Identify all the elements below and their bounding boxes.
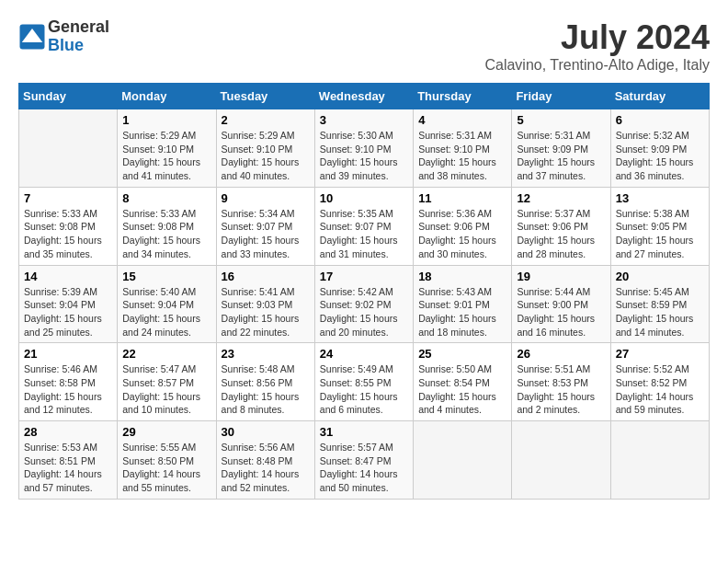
day-number: 26 xyxy=(517,347,605,361)
cell-details: Sunrise: 5:31 AMSunset: 9:10 PMDaylight:… xyxy=(418,129,506,183)
week-row-4: 21Sunrise: 5:46 AMSunset: 8:58 PMDayligh… xyxy=(19,343,710,421)
calendar-cell: 29Sunrise: 5:55 AMSunset: 8:50 PMDayligh… xyxy=(118,421,216,500)
cell-details: Sunrise: 5:53 AMSunset: 8:51 PMDaylight:… xyxy=(24,441,112,495)
calendar-cell: 25Sunrise: 5:50 AMSunset: 8:54 PMDayligh… xyxy=(414,343,512,421)
day-number: 13 xyxy=(616,191,704,205)
calendar-cell: 3Sunrise: 5:30 AMSunset: 9:10 PMDaylight… xyxy=(314,109,413,188)
cell-details: Sunrise: 5:41 AMSunset: 9:03 PMDaylight:… xyxy=(222,285,310,339)
weekday-header-wednesday: Wednesday xyxy=(314,84,413,109)
weekday-header-row: SundayMondayTuesdayWednesdayThursdayFrid… xyxy=(19,84,710,109)
cell-details: Sunrise: 5:33 AMSunset: 9:08 PMDaylight:… xyxy=(122,207,210,261)
page-header: General Blue July 2024 Calavino, Trentin… xyxy=(18,18,710,74)
calendar-table: SundayMondayTuesdayWednesdayThursdayFrid… xyxy=(18,83,710,500)
cell-details: Sunrise: 5:44 AMSunset: 9:00 PMDaylight:… xyxy=(517,285,605,339)
cell-details: Sunrise: 5:29 AMSunset: 9:10 PMDaylight:… xyxy=(222,129,310,183)
weekday-header-friday: Friday xyxy=(512,84,610,109)
cell-details: Sunrise: 5:36 AMSunset: 9:06 PMDaylight:… xyxy=(418,207,506,261)
day-number: 31 xyxy=(320,425,408,439)
day-number: 11 xyxy=(418,191,506,205)
cell-details: Sunrise: 5:45 AMSunset: 8:59 PMDaylight:… xyxy=(616,285,704,339)
calendar-cell: 5Sunrise: 5:31 AMSunset: 9:09 PMDaylight… xyxy=(512,109,610,188)
calendar-cell: 18Sunrise: 5:43 AMSunset: 9:01 PMDayligh… xyxy=(414,265,512,343)
cell-details: Sunrise: 5:30 AMSunset: 9:10 PMDaylight:… xyxy=(320,129,408,183)
cell-details: Sunrise: 5:33 AMSunset: 9:08 PMDaylight:… xyxy=(24,207,112,261)
calendar-cell: 6Sunrise: 5:32 AMSunset: 9:09 PMDaylight… xyxy=(610,109,709,188)
day-number: 22 xyxy=(122,347,210,361)
logo: General Blue xyxy=(18,18,109,55)
weekday-header-saturday: Saturday xyxy=(610,84,709,109)
day-number: 9 xyxy=(222,191,310,205)
calendar-cell: 22Sunrise: 5:47 AMSunset: 8:57 PMDayligh… xyxy=(118,343,216,421)
calendar-cell: 20Sunrise: 5:45 AMSunset: 8:59 PMDayligh… xyxy=(610,265,709,343)
cell-details: Sunrise: 5:38 AMSunset: 9:05 PMDaylight:… xyxy=(616,207,704,261)
month-title: July 2024 xyxy=(484,18,710,57)
calendar-cell: 21Sunrise: 5:46 AMSunset: 8:58 PMDayligh… xyxy=(19,343,118,421)
cell-details: Sunrise: 5:35 AMSunset: 9:07 PMDaylight:… xyxy=(320,207,408,261)
calendar-cell: 7Sunrise: 5:33 AMSunset: 9:08 PMDaylight… xyxy=(19,187,118,265)
day-number: 1 xyxy=(122,113,210,127)
calendar-cell: 31Sunrise: 5:57 AMSunset: 8:47 PMDayligh… xyxy=(314,421,413,500)
day-number: 15 xyxy=(122,270,210,283)
day-number: 27 xyxy=(616,347,704,361)
calendar-cell: 26Sunrise: 5:51 AMSunset: 8:53 PMDayligh… xyxy=(512,343,610,421)
logo-text: General Blue xyxy=(48,18,109,55)
day-number: 18 xyxy=(418,270,506,283)
calendar-cell: 17Sunrise: 5:42 AMSunset: 9:02 PMDayligh… xyxy=(314,265,413,343)
calendar-cell: 15Sunrise: 5:40 AMSunset: 9:04 PMDayligh… xyxy=(118,265,216,343)
cell-details: Sunrise: 5:48 AMSunset: 8:56 PMDaylight:… xyxy=(222,362,310,417)
weekday-header-sunday: Sunday xyxy=(19,84,118,109)
calendar-cell xyxy=(610,421,709,500)
cell-details: Sunrise: 5:47 AMSunset: 8:57 PMDaylight:… xyxy=(122,362,210,417)
calendar-cell: 1Sunrise: 5:29 AMSunset: 9:10 PMDaylight… xyxy=(118,109,216,188)
day-number: 25 xyxy=(418,347,506,361)
day-number: 5 xyxy=(517,113,605,127)
title-block: July 2024 Calavino, Trentino-Alto Adige,… xyxy=(484,18,710,74)
cell-details: Sunrise: 5:37 AMSunset: 9:06 PMDaylight:… xyxy=(517,207,605,261)
cell-details: Sunrise: 5:29 AMSunset: 9:10 PMDaylight:… xyxy=(122,129,210,183)
day-number: 10 xyxy=(320,191,408,205)
week-row-2: 7Sunrise: 5:33 AMSunset: 9:08 PMDaylight… xyxy=(19,187,710,265)
calendar-cell: 9Sunrise: 5:34 AMSunset: 9:07 PMDaylight… xyxy=(216,187,314,265)
calendar-cell: 16Sunrise: 5:41 AMSunset: 9:03 PMDayligh… xyxy=(216,265,314,343)
weekday-header-monday: Monday xyxy=(118,84,216,109)
calendar-cell: 24Sunrise: 5:49 AMSunset: 8:55 PMDayligh… xyxy=(314,343,413,421)
week-row-5: 28Sunrise: 5:53 AMSunset: 8:51 PMDayligh… xyxy=(19,421,710,500)
day-number: 28 xyxy=(24,425,112,439)
day-number: 4 xyxy=(418,113,506,127)
day-number: 21 xyxy=(24,347,112,361)
day-number: 16 xyxy=(222,270,310,283)
calendar-cell: 12Sunrise: 5:37 AMSunset: 9:06 PMDayligh… xyxy=(512,187,610,265)
day-number: 2 xyxy=(222,113,310,127)
cell-details: Sunrise: 5:40 AMSunset: 9:04 PMDaylight:… xyxy=(122,285,210,339)
logo-line1: General xyxy=(48,17,109,36)
cell-details: Sunrise: 5:32 AMSunset: 9:09 PMDaylight:… xyxy=(616,129,704,183)
logo-icon xyxy=(18,23,46,51)
week-row-1: 1Sunrise: 5:29 AMSunset: 9:10 PMDaylight… xyxy=(19,109,710,188)
calendar-cell: 14Sunrise: 5:39 AMSunset: 9:04 PMDayligh… xyxy=(19,265,118,343)
calendar-cell: 28Sunrise: 5:53 AMSunset: 8:51 PMDayligh… xyxy=(19,421,118,500)
cell-details: Sunrise: 5:51 AMSunset: 8:53 PMDaylight:… xyxy=(517,362,605,417)
day-number: 30 xyxy=(222,425,310,439)
cell-details: Sunrise: 5:31 AMSunset: 9:09 PMDaylight:… xyxy=(517,129,605,183)
calendar-cell: 8Sunrise: 5:33 AMSunset: 9:08 PMDaylight… xyxy=(118,187,216,265)
cell-details: Sunrise: 5:56 AMSunset: 8:48 PMDaylight:… xyxy=(222,441,310,495)
week-row-3: 14Sunrise: 5:39 AMSunset: 9:04 PMDayligh… xyxy=(19,265,710,343)
calendar-cell: 4Sunrise: 5:31 AMSunset: 9:10 PMDaylight… xyxy=(414,109,512,188)
cell-details: Sunrise: 5:46 AMSunset: 8:58 PMDaylight:… xyxy=(24,362,112,417)
day-number: 17 xyxy=(320,270,408,283)
cell-details: Sunrise: 5:34 AMSunset: 9:07 PMDaylight:… xyxy=(222,207,310,261)
day-number: 12 xyxy=(517,191,605,205)
cell-details: Sunrise: 5:39 AMSunset: 9:04 PMDaylight:… xyxy=(24,285,112,339)
day-number: 20 xyxy=(616,270,704,283)
day-number: 7 xyxy=(24,191,112,205)
calendar-cell: 2Sunrise: 5:29 AMSunset: 9:10 PMDaylight… xyxy=(216,109,314,188)
day-number: 29 xyxy=(122,425,210,439)
calendar-cell: 23Sunrise: 5:48 AMSunset: 8:56 PMDayligh… xyxy=(216,343,314,421)
calendar-cell: 30Sunrise: 5:56 AMSunset: 8:48 PMDayligh… xyxy=(216,421,314,500)
cell-details: Sunrise: 5:52 AMSunset: 8:52 PMDaylight:… xyxy=(616,362,704,417)
logo-line2: Blue xyxy=(48,36,84,54)
day-number: 19 xyxy=(517,270,605,283)
location-title: Calavino, Trentino-Alto Adige, Italy xyxy=(484,57,710,74)
calendar-cell: 11Sunrise: 5:36 AMSunset: 9:06 PMDayligh… xyxy=(414,187,512,265)
calendar-cell: 27Sunrise: 5:52 AMSunset: 8:52 PMDayligh… xyxy=(610,343,709,421)
